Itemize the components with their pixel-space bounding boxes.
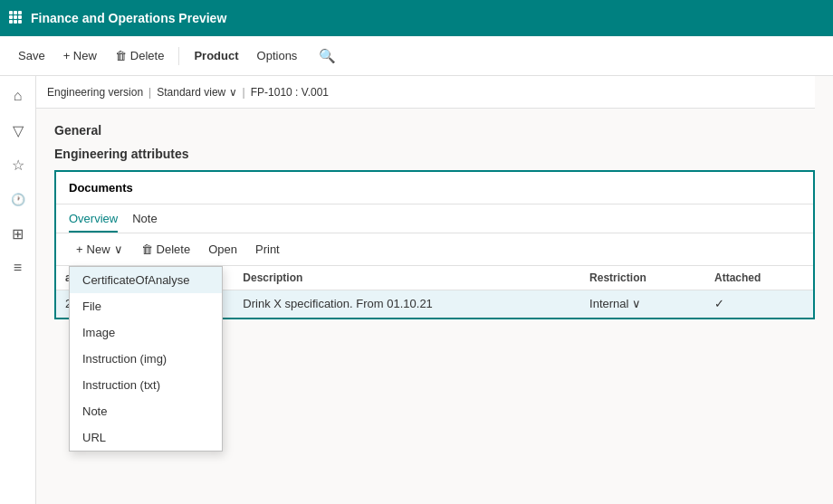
delete-button[interactable]: 🗑 Delete — [108, 45, 172, 66]
menu-icon[interactable]: ≡ — [4, 253, 33, 282]
record-id: FP-1010 : V.001 — [251, 86, 329, 99]
view-name: Engineering version — [47, 86, 143, 99]
general-section-title: General — [54, 123, 815, 138]
view-mode[interactable]: Standard view ∨ — [157, 86, 236, 99]
docs-open-button[interactable]: Open — [201, 239, 244, 260]
dropdown-item-file[interactable]: File — [70, 293, 222, 319]
docs-new-button[interactable]: + New ∨ — [69, 239, 130, 260]
main-content: Engineering version | Standard view ∨ | … — [36, 76, 833, 504]
toolbar-divider — [178, 47, 179, 65]
col-attached: Attached — [705, 266, 813, 290]
options-button[interactable]: Options — [250, 45, 305, 66]
title-bar: Finance and Operations Preview — [0, 0, 833, 36]
docs-print-button[interactable]: Print — [248, 239, 287, 260]
tab-overview[interactable]: Overview — [69, 204, 118, 233]
product-button[interactable]: Product — [187, 45, 245, 66]
cell-description: Drink X specification. From 01.10.21 — [234, 290, 580, 318]
grid-icon[interactable]: ⊞ — [4, 219, 33, 248]
cell-restriction: Internal ∨ — [580, 290, 705, 318]
save-button[interactable]: Save — [11, 45, 53, 66]
cell-attached: ✓ — [705, 290, 813, 318]
app-grid-icon[interactable] — [9, 11, 24, 25]
col-description: Description — [234, 266, 580, 290]
dropdown-item-image[interactable]: Image — [70, 319, 222, 346]
dropdown-item-note[interactable]: Note — [70, 398, 222, 424]
dropdown-item-certificateofanalyse[interactable]: CertificateOfAnalyse — [70, 267, 222, 293]
left-sidebar: ⌂ ▽ ☆ 🕐 ⊞ ≡ — [0, 76, 36, 504]
filter-icon[interactable]: ▽ — [4, 116, 33, 145]
main-toolbar: Save + New 🗑 Delete Product Options 🔍 — [0, 36, 833, 76]
delete-icon: 🗑 — [115, 49, 127, 62]
chevron-down-icon: ∨ — [229, 86, 237, 99]
delete-doc-icon: 🗑 — [141, 242, 153, 256]
dropdown-item-instruction-txt[interactable]: Instruction (txt) — [70, 372, 222, 398]
docs-delete-button[interactable]: 🗑 Delete — [134, 239, 198, 260]
separator1: | — [148, 86, 151, 99]
new-type-dropdown: CertificateOfAnalyse File Image Instruct… — [69, 266, 223, 452]
chevron-down-icon: ∨ — [114, 242, 123, 256]
engineering-attributes-title: Engineering attributes — [54, 147, 815, 161]
plus-icon: + — [76, 242, 83, 256]
search-button[interactable]: 🔍 — [311, 44, 343, 68]
home-icon[interactable]: ⌂ — [4, 81, 33, 110]
app-title: Finance and Operations Preview — [31, 11, 226, 25]
dropdown-item-instruction-img[interactable]: Instruction (img) — [70, 346, 222, 372]
documents-container: Documents Overview Note + New ∨ 🗑 Delete… — [54, 170, 815, 319]
separator2: | — [243, 86, 245, 99]
clock-icon[interactable]: 🕐 — [4, 185, 33, 214]
tab-note[interactable]: Note — [132, 204, 157, 233]
documents-tabs: Overview Note — [56, 204, 813, 233]
col-restriction: Restriction — [580, 266, 705, 290]
page-layout: ⌂ ▽ ☆ 🕐 ⊞ ≡ Engineering version | Standa… — [0, 76, 833, 504]
dropdown-item-url[interactable]: URL — [70, 424, 222, 451]
new-button[interactable]: + New — [56, 45, 104, 66]
restriction-chevron-icon[interactable]: ∨ — [632, 297, 641, 310]
documents-title: Documents — [56, 172, 813, 204]
sub-toolbar: Engineering version | Standard view ∨ | … — [36, 76, 815, 109]
docs-toolbar: + New ∨ 🗑 Delete Open Print CertificateO… — [56, 233, 813, 266]
star-icon[interactable]: ☆ — [4, 150, 33, 179]
